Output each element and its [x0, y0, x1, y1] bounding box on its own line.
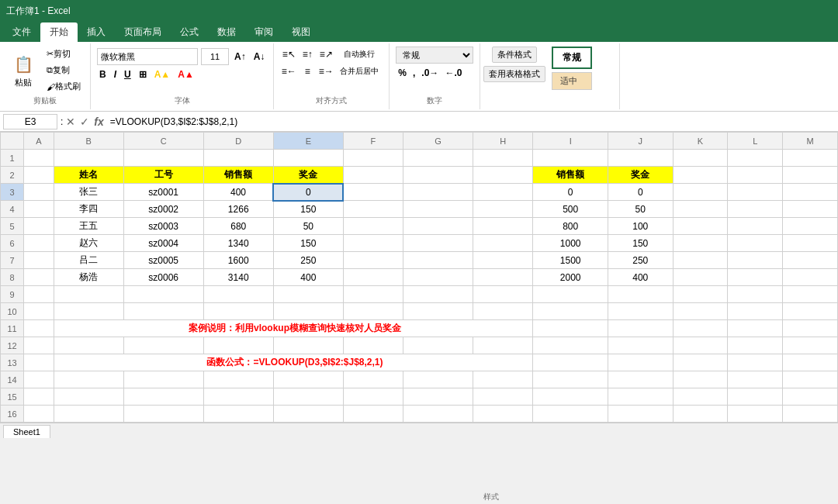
comma-button[interactable]: , [410, 67, 417, 79]
cell-m7[interactable] [783, 252, 838, 269]
cell-i2[interactable]: 销售额 [533, 167, 608, 184]
cell-a2[interactable] [24, 167, 54, 184]
normal-style[interactable]: 常规 [552, 47, 592, 69]
cell-m12[interactable] [783, 337, 838, 354]
number-format-select[interactable]: 常规 [396, 47, 473, 64]
merge-center-button[interactable]: 合并后居中 [336, 64, 383, 79]
cell-e10[interactable] [273, 303, 343, 320]
wrap-text-button[interactable]: 自动换行 [336, 47, 383, 62]
cell-j13[interactable] [608, 354, 673, 371]
cell-e5[interactable]: 50 [273, 218, 343, 235]
cell-i11[interactable] [533, 320, 608, 337]
cell-c2[interactable]: 工号 [123, 167, 203, 184]
col-header-m[interactable]: M [783, 133, 838, 150]
cell-j5[interactable]: 100 [608, 218, 673, 235]
cell-k10[interactable] [673, 303, 728, 320]
italic-button[interactable]: I [112, 68, 119, 81]
cell-h15[interactable] [473, 388, 533, 406]
tab-view[interactable]: 视图 [282, 22, 320, 42]
cell-c7[interactable]: sz0005 [123, 252, 203, 269]
col-header-j[interactable]: J [608, 133, 673, 150]
insert-function-icon[interactable]: fx [94, 116, 103, 128]
cell-h1[interactable] [473, 150, 533, 167]
cell-a3[interactable] [24, 184, 54, 201]
cell-c4[interactable]: sz0002 [123, 201, 203, 218]
cell-k9[interactable] [673, 286, 728, 303]
cell-k8[interactable] [673, 269, 728, 286]
table-format-button[interactable]: 套用表格格式 [483, 66, 545, 82]
cell-b12[interactable] [54, 337, 123, 354]
cell-h6[interactable] [473, 235, 533, 252]
cell-c16[interactable] [123, 406, 203, 423]
cell-g16[interactable] [403, 406, 473, 423]
cell-m2[interactable] [783, 167, 838, 184]
cell-e2[interactable]: 奖金 [273, 167, 343, 184]
cell-g15[interactable] [403, 388, 473, 406]
col-header-i[interactable]: I [533, 133, 608, 150]
cell-m4[interactable] [783, 201, 838, 218]
cell-g10[interactable] [403, 303, 473, 320]
cell-b3[interactable]: 张三 [54, 184, 123, 201]
cell-l7[interactable] [728, 252, 783, 269]
cell-i12[interactable] [533, 337, 608, 354]
font-grow-button[interactable]: A↑ [232, 50, 248, 63]
percent-button[interactable]: % [396, 67, 409, 79]
cell-j16[interactable] [608, 406, 673, 423]
cell-m11[interactable] [783, 320, 838, 337]
formula-input[interactable] [107, 116, 835, 127]
cell-k3[interactable] [673, 184, 728, 201]
cell-l13[interactable] [728, 354, 783, 371]
cell-m5[interactable] [783, 218, 838, 235]
cell-c5[interactable]: sz0003 [123, 218, 203, 235]
cell-h2[interactable] [473, 167, 533, 184]
tab-file[interactable]: 文件 [3, 22, 40, 42]
cell-g2[interactable] [403, 167, 473, 184]
col-header-h[interactable]: H [473, 133, 533, 150]
cell-a15[interactable] [24, 388, 54, 406]
cell-j14[interactable] [608, 371, 673, 388]
cell-f2[interactable] [343, 167, 403, 184]
cell-l4[interactable] [728, 201, 783, 218]
cell-k16[interactable] [673, 406, 728, 423]
cell-g12[interactable] [403, 337, 473, 354]
fill-color-button[interactable]: A▲ [152, 68, 173, 81]
cell-f6[interactable] [343, 235, 403, 252]
cell-i13[interactable] [533, 354, 608, 371]
cell-h9[interactable] [473, 286, 533, 303]
cell-d14[interactable] [203, 371, 273, 388]
cell-g6[interactable] [403, 235, 473, 252]
cell-c8[interactable]: sz0006 [123, 269, 203, 286]
cut-button[interactable]: ✂ 剪切 [43, 47, 84, 61]
cell-f7[interactable] [343, 252, 403, 269]
cell-j1[interactable] [608, 150, 673, 167]
cell-f16[interactable] [343, 406, 403, 423]
cell-k15[interactable] [673, 388, 728, 406]
border-button[interactable]: ⊞ [137, 68, 149, 81]
cell-j12[interactable] [608, 337, 673, 354]
cell-k4[interactable] [673, 201, 728, 218]
cell-e15[interactable] [273, 388, 343, 406]
cell-h14[interactable] [473, 371, 533, 388]
cell-d1[interactable] [203, 150, 273, 167]
cell-b8[interactable]: 杨浩 [54, 269, 123, 286]
cell-i4[interactable]: 500 [533, 201, 608, 218]
cell-g7[interactable] [403, 252, 473, 269]
tab-insert[interactable]: 插入 [78, 22, 115, 42]
cell-b5[interactable]: 王五 [54, 218, 123, 235]
cell-j4[interactable]: 50 [608, 201, 673, 218]
col-header-a[interactable]: A [24, 133, 54, 150]
cell-l9[interactable] [728, 286, 783, 303]
cell-c10[interactable] [123, 303, 203, 320]
cell-l8[interactable] [728, 269, 783, 286]
cell-d5[interactable]: 680 [203, 218, 273, 235]
cell-j15[interactable] [608, 388, 673, 406]
cell-h4[interactable] [473, 201, 533, 218]
cell-f3[interactable] [343, 184, 403, 201]
cell-d8[interactable]: 3140 [203, 269, 273, 286]
cell-k7[interactable] [673, 252, 728, 269]
cell-k13[interactable] [673, 354, 728, 371]
cell-m10[interactable] [783, 303, 838, 320]
cell-b15[interactable] [54, 388, 123, 406]
cell-i7[interactable]: 1500 [533, 252, 608, 269]
cell-a12[interactable] [24, 337, 54, 354]
